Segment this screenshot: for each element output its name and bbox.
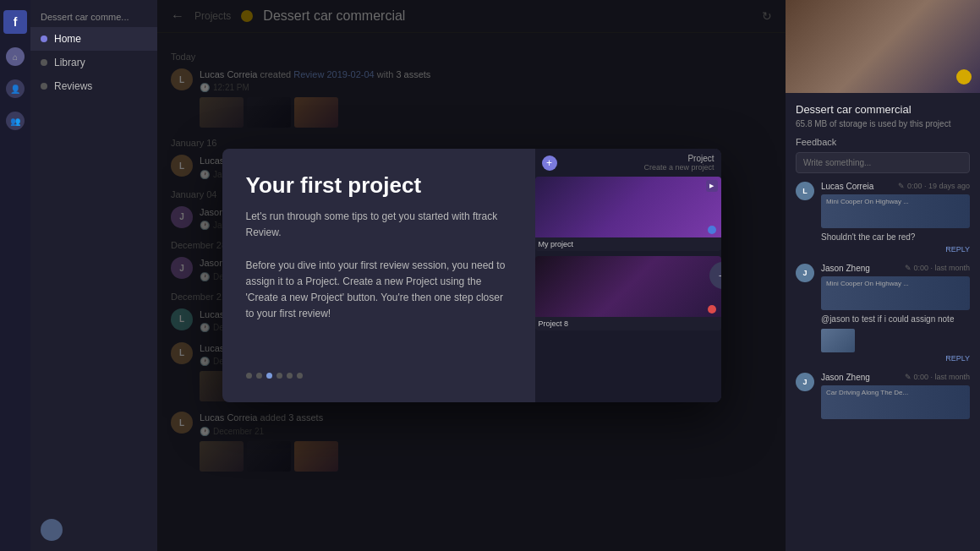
feedback-label: Feedback: [796, 137, 970, 147]
project-card-2[interactable]: Project 8: [535, 256, 721, 330]
user-icon[interactable]: 👤: [6, 79, 25, 98]
modal-overlay[interactable]: Your first project Let's run through som…: [157, 0, 786, 551]
comment-2: J Jason Zheng ✎ 0:00 · last month Mini C…: [796, 264, 970, 363]
sidebar-item-home[interactable]: Home: [30, 27, 157, 51]
modal-pagination: [246, 373, 512, 379]
project-thumbnail-2: [535, 256, 721, 317]
comment-content-2: Jason Zheng ✎ 0:00 · last month Mini Coo…: [821, 264, 970, 363]
app-logo[interactable]: f: [3, 10, 27, 34]
comment-time-3: ✎ 0:00 · last month: [905, 373, 970, 382]
panel-title: Project: [643, 154, 714, 163]
comment-avatar-1: L: [796, 182, 814, 200]
thumb-title-2: Mini Cooper On Highway ...: [826, 280, 909, 287]
project-icon-1: ▶: [706, 180, 718, 192]
comment-time-2: ✎ 0:00 · last month: [905, 264, 970, 273]
comment-3: J Jason Zheng ✎ 0:00 · last month Car Dr…: [796, 373, 970, 423]
comment-avatar-2: J: [796, 264, 814, 282]
feedback-input[interactable]: [796, 152, 970, 173]
thumb-title-1: Mini Cooper On Highway ...: [826, 198, 909, 205]
project-status-dot-1: [708, 226, 716, 234]
right-panel: Dessert car commercial 65.8 MB of storag…: [786, 0, 980, 551]
add-project-button[interactable]: +: [542, 155, 557, 171]
dot-3[interactable]: [266, 373, 272, 379]
dot-4[interactable]: [276, 373, 282, 379]
right-project-title: Dessert car commercial: [796, 103, 970, 116]
icon-bar: f ⌂ 👤 👥: [0, 0, 30, 551]
comment-thumb-1[interactable]: Mini Cooper On Highway ...: [821, 194, 970, 228]
modal-left: Your first project Let's run through som…: [222, 149, 535, 402]
comment-time-1: ✎ 0:00 · 19 days ago: [898, 182, 970, 191]
comment-author-2: Jason Zheng: [821, 264, 870, 273]
comment-content-3: Jason Zheng ✎ 0:00 · last month Car Driv…: [821, 373, 970, 423]
project-card-1[interactable]: ▶ My project: [535, 177, 721, 251]
modal-right: + Project Create a new project ▶ My proj…: [535, 149, 721, 402]
nav-bottom: [30, 509, 157, 551]
reply-button-2[interactable]: REPLY: [821, 354, 970, 363]
onboarding-modal: Your first project Let's run through som…: [222, 149, 721, 402]
modal-title: Your first project: [246, 172, 512, 199]
comment-text-2: @jason to test if i could assign note: [821, 314, 970, 325]
project-status-dot-2: [708, 305, 716, 314]
comment-author-1: Lucas Correia: [821, 182, 873, 191]
hero-dot: [956, 69, 972, 85]
reply-button-1[interactable]: REPLY: [821, 245, 970, 254]
people-icon[interactable]: 👥: [6, 112, 25, 130]
sidebar-item-reviews[interactable]: Reviews: [30, 74, 157, 98]
comment-thumb-3[interactable]: Car Driving Along The De...: [821, 385, 970, 419]
sidebar-item-library[interactable]: Library: [30, 51, 157, 74]
dot-6[interactable]: [297, 373, 303, 379]
right-panel-body: Dessert car commercial 65.8 MB of storag…: [786, 93, 980, 551]
project-label-1: My project: [535, 237, 721, 251]
dot-1[interactable]: [246, 373, 252, 379]
panel-subtitle: Create a new project: [643, 163, 714, 172]
reviews-nav-dot: [41, 83, 47, 90]
comment-avatar-3: J: [796, 373, 814, 391]
dot-2[interactable]: [256, 373, 262, 379]
home-nav-label: Home: [54, 33, 81, 45]
hero-image: [786, 0, 980, 93]
main-area: ← Projects Dessert car commercial ↻ Toda…: [157, 0, 786, 551]
comment-content-1: Lucas Correia ✎ 0:00 · 19 days ago Mini …: [821, 182, 970, 254]
library-nav-label: Library: [54, 57, 85, 68]
home-icon[interactable]: ⌂: [6, 47, 25, 66]
comment-author-3: Jason Zheng: [821, 373, 870, 382]
comment-1: L Lucas Correia ✎ 0:00 · 19 days ago Min…: [796, 182, 970, 254]
comment-thumb-2[interactable]: Mini Cooper On Highway ...: [821, 276, 970, 310]
reviews-nav-label: Reviews: [54, 80, 92, 92]
comment-small-thumb-2[interactable]: [821, 329, 855, 352]
left-nav: Dessert car comme... Home Library Review…: [30, 0, 157, 551]
right-storage-info: 65.8 MB of storage is used by this proje…: [796, 119, 970, 128]
nav-project-title: Dessert car comme...: [30, 7, 157, 27]
home-nav-dot: [41, 35, 47, 42]
user-avatar-bottom[interactable]: [41, 519, 63, 541]
thumb-title-3: Car Driving Along The De...: [826, 389, 908, 396]
dot-5[interactable]: [287, 373, 293, 379]
library-nav-dot: [41, 59, 47, 66]
comment-text-1: Shouldn't the car be red?: [821, 232, 970, 243]
project-label-2: Project 8: [535, 317, 721, 330]
modal-body1: Let's run through some tips to get you s…: [246, 209, 512, 322]
project-thumbnail-1: [535, 177, 721, 237]
